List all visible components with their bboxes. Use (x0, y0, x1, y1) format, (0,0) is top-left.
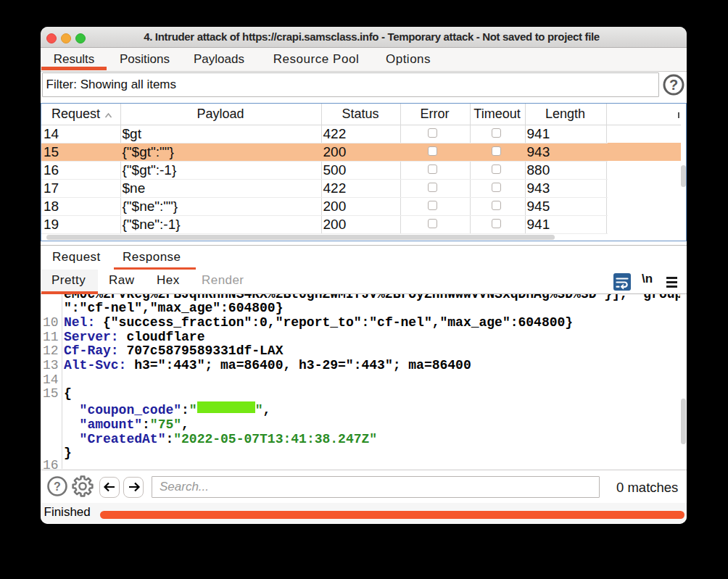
svg-text:?: ? (669, 77, 678, 93)
svg-text:?: ? (54, 480, 61, 493)
